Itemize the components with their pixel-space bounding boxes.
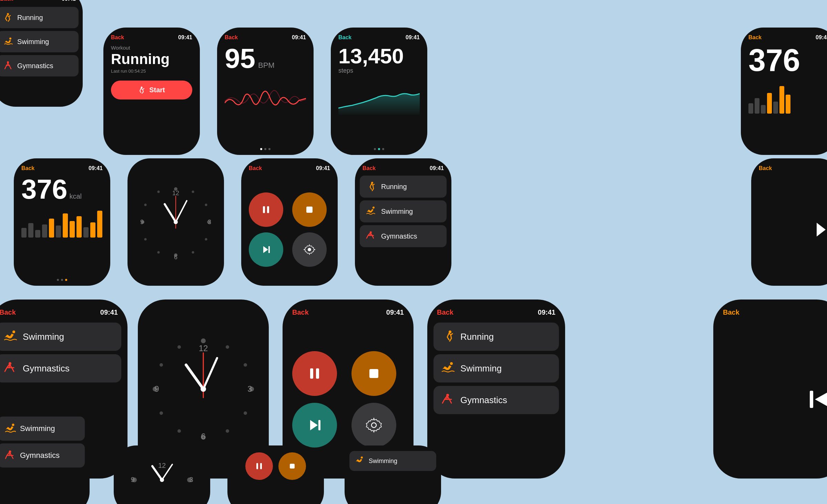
gymnastics-label-2: Gymnastics xyxy=(381,232,417,240)
svg-point-0 xyxy=(7,13,9,15)
settings-icon-large xyxy=(365,417,382,434)
next-icon xyxy=(260,243,272,256)
back-label-4[interactable]: Back xyxy=(338,34,351,41)
running-xl[interactable]: Running xyxy=(433,323,559,351)
dot-c1 xyxy=(57,279,59,281)
start-button[interactable]: Start xyxy=(111,81,192,99)
dot-c3 xyxy=(65,279,67,281)
cal-partial-value: 376 xyxy=(748,45,827,76)
swimming-item[interactable]: Swimming xyxy=(0,31,79,52)
start-icon xyxy=(138,86,146,94)
svg-point-62 xyxy=(371,423,376,428)
pause-button-large[interactable] xyxy=(292,351,337,396)
watch-steps: Back 09:41 13,450 steps xyxy=(331,28,427,155)
svg-line-21 xyxy=(176,201,187,222)
svg-text:12: 12 xyxy=(172,190,179,197)
svg-point-15 xyxy=(157,191,160,193)
running-item[interactable]: Running xyxy=(0,7,79,28)
gymnastics-item-2[interactable]: Gymnastics xyxy=(360,225,447,247)
back-label-10[interactable]: Back xyxy=(0,308,16,316)
next-icon-large xyxy=(306,417,323,434)
running-item-2[interactable]: Running xyxy=(360,176,447,198)
svg-rect-57 xyxy=(310,368,313,379)
gymnastics-label: Gymnastics xyxy=(17,62,53,70)
workout-title: Running xyxy=(111,51,192,67)
svg-point-13 xyxy=(144,238,147,241)
start-label: Start xyxy=(149,86,165,94)
kcal-unit: kcal xyxy=(69,192,82,200)
stop-button[interactable] xyxy=(292,192,327,227)
swimming-bottom[interactable]: Swimming xyxy=(0,417,85,441)
back-label[interactable]: Back xyxy=(0,0,13,2)
back-label-11[interactable]: Back xyxy=(292,308,309,316)
settings-button[interactable] xyxy=(292,232,327,267)
gymnastics-icon xyxy=(3,61,13,71)
back-label-8[interactable]: Back xyxy=(363,165,376,171)
svg-marker-33 xyxy=(817,223,826,237)
bpm-value: 95 xyxy=(225,45,255,72)
back-label-2[interactable]: Back xyxy=(111,34,124,41)
settings-button-large[interactable] xyxy=(351,403,396,448)
stop-button-large[interactable] xyxy=(351,351,396,396)
svg-marker-27 xyxy=(263,246,268,253)
svg-point-9 xyxy=(205,204,207,206)
swimming-icon-2 xyxy=(365,206,376,217)
svg-point-45 xyxy=(177,429,181,433)
time-display-11: 09:41 xyxy=(386,308,404,316)
swimming-large[interactable]: Swimming xyxy=(0,323,121,351)
gymnastics-bottom[interactable]: Gymnastics xyxy=(0,443,85,468)
svg-point-48 xyxy=(177,345,181,349)
back-label-13[interactable]: Back xyxy=(723,308,739,316)
swimming-br[interactable]: Swimming xyxy=(349,451,436,471)
svg-line-54 xyxy=(203,358,217,389)
svg-text:9: 9 xyxy=(140,219,144,225)
dot-s1 xyxy=(374,148,376,150)
svg-rect-59 xyxy=(369,369,378,378)
watch-large-next-partial: Back xyxy=(713,300,827,479)
swimming-xl[interactable]: Swimming xyxy=(433,354,559,382)
stop-btn-partial[interactable] xyxy=(278,452,306,480)
back-label-9[interactable]: Back xyxy=(759,165,772,171)
dot-s2 xyxy=(378,148,380,150)
watch-bottom-right: Swimming xyxy=(345,445,441,504)
steps-chart xyxy=(338,77,420,115)
pause-button[interactable] xyxy=(249,192,283,227)
swimming-icon xyxy=(3,36,13,47)
swimming-xl-label: Swimming xyxy=(460,363,502,374)
svg-point-56 xyxy=(201,386,206,392)
back-label-12[interactable]: Back xyxy=(437,308,453,316)
gymnastics-xl[interactable]: Gymnastics xyxy=(433,386,559,414)
back-label-7[interactable]: Back xyxy=(249,165,262,171)
watch-next-partial: Back xyxy=(751,158,827,286)
svg-text:9: 9 xyxy=(131,476,134,483)
pause-partial-icon xyxy=(254,461,264,471)
back-label-6[interactable]: Back xyxy=(21,165,34,171)
steps-unit: steps xyxy=(338,67,420,74)
watch-calories-full: Back 09:41 376 kcal xyxy=(14,158,110,286)
running-icon xyxy=(3,12,13,23)
svg-point-10 xyxy=(205,238,207,241)
gymnastics-icon-large xyxy=(3,361,17,376)
swimming-item-2[interactable]: Swimming xyxy=(360,200,447,222)
pause-btn-partial[interactable] xyxy=(245,452,273,480)
running-label-2: Running xyxy=(381,183,407,191)
svg-point-31 xyxy=(372,207,375,209)
stop-icon-large xyxy=(365,365,382,382)
svg-text:6: 6 xyxy=(174,254,177,261)
time-display-5: 09:41 xyxy=(816,34,827,41)
back-label-5[interactable]: Back xyxy=(748,34,762,41)
svg-point-42 xyxy=(244,363,247,367)
gymnastics-large[interactable]: Gymnastics xyxy=(0,354,121,382)
cal-value: 376 xyxy=(21,176,67,203)
svg-marker-67 xyxy=(815,391,827,408)
gymnastics-item[interactable]: Gymnastics xyxy=(0,55,79,76)
watch-top-left-partial: Back 09:41 Running Swimming xyxy=(0,0,83,107)
gymnastics-xl-label: Gymnastics xyxy=(460,395,507,406)
next-button[interactable] xyxy=(249,232,283,267)
back-label-3[interactable]: Back xyxy=(225,34,238,41)
next-button-large[interactable] xyxy=(292,403,337,448)
watch-workout-list-2: Back 09:41 Running Swimming xyxy=(355,158,451,286)
watch-controls: Back 09:41 xyxy=(241,158,338,286)
svg-rect-24 xyxy=(263,206,265,213)
gymnastics-icon-2 xyxy=(365,231,376,242)
